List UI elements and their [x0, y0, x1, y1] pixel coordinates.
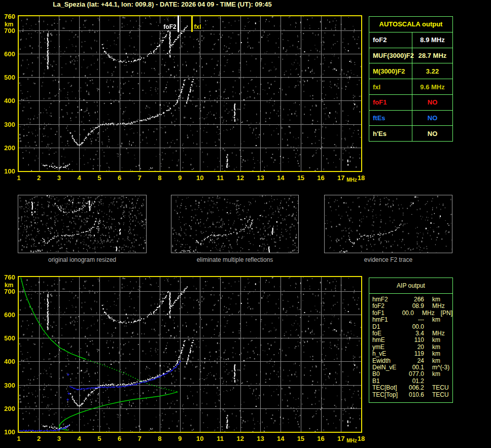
- aip-param-value: 24: [403, 358, 424, 364]
- autoscala-row-M(3000)F2: M(3000)F23.22: [369, 63, 452, 79]
- thumbnail-f2-canvas: [325, 195, 452, 253]
- recorded-ionogram-plot: [18, 15, 362, 172]
- autoscala-param-label: MUF(3000)F2: [369, 48, 412, 63]
- recorded-ionogram-canvas: [19, 16, 361, 171]
- x-axis-tick-3: 3: [52, 435, 65, 442]
- x-axis-tick-1: 1: [12, 435, 25, 442]
- autoscala-param-value: 28.7 MHz: [412, 48, 452, 63]
- thumbnail-caption-evidence: evidence F2 trace: [324, 256, 452, 263]
- thumbnail-f2-trace: [324, 195, 452, 253]
- x-axis-tick-2: 2: [32, 174, 46, 182]
- autoscala-param-value: 9.6 MHz: [412, 79, 452, 94]
- aip-param-unit: km: [432, 371, 440, 377]
- aip-param-name: B0: [372, 371, 403, 377]
- aip-param-unit: km: [432, 358, 440, 364]
- y-axis-unit-label: km: [5, 282, 13, 289]
- x-axis-tick-9: 9: [173, 174, 187, 182]
- aip-param-name: TEC[Top]: [372, 392, 403, 398]
- y-axis-tick-760: 760: [1, 273, 15, 281]
- thumbnail-original-ionogram: [18, 195, 147, 253]
- thumbnail-caption-original: original ionogram resized: [18, 256, 147, 263]
- aip-param-unit: TECU: [432, 392, 449, 398]
- aip-param-name: foE: [372, 330, 403, 337]
- x-axis-unit-label: MHz: [346, 177, 357, 183]
- aip-row-Ewidth: Ewidth24km: [372, 358, 452, 364]
- aip-param-unit: MHz: [432, 330, 445, 337]
- x-axis-tick-15: 15: [294, 174, 307, 182]
- aip-param-name: D1: [372, 324, 403, 330]
- aip-param-value: ---: [403, 317, 424, 323]
- profile-ionogram-plot: [18, 276, 362, 433]
- x-axis-tick-12: 12: [234, 435, 247, 442]
- station-title: La_Spezia (lat: +44.1, lon: 009.8) - DAT…: [0, 1, 325, 8]
- aip-param-unit: km: [432, 351, 440, 357]
- aip-row-D1: D100.0: [372, 324, 452, 330]
- aip-param-name: foF1: [372, 310, 397, 317]
- x-axis-tick-15: 15: [294, 435, 307, 442]
- aip-param-unit: MHz: [432, 303, 445, 309]
- aip-row-TEC[Bot]: TEC[Bot]006.2TECU: [372, 385, 452, 391]
- x-axis-tick-11: 11: [214, 435, 227, 442]
- x-axis-tick-3: 3: [52, 174, 65, 182]
- thumbnail-caption-eliminate: eliminate multiple reflections: [171, 256, 299, 263]
- aip-param-value: 077.0: [403, 371, 424, 377]
- autoscala-param-label: fxI: [369, 79, 412, 94]
- aip-param-unit: km: [432, 337, 440, 343]
- x-axis-tick-8: 8: [153, 435, 166, 442]
- x-axis-tick-13: 13: [254, 174, 267, 182]
- aip-param-value: 119: [403, 351, 424, 357]
- x-axis-tick-17: 17: [334, 435, 347, 442]
- y-axis-tick-300: 300: [1, 121, 15, 128]
- aip-table-header: AIP output: [369, 278, 452, 294]
- aip-param-name: DelN_vE: [372, 364, 403, 371]
- autoscala-row-foF1: foF1NO: [369, 95, 452, 111]
- autoscala-param-value: NO: [412, 95, 452, 110]
- aip-row-foF2: foF208.9MHz: [372, 303, 452, 309]
- x-axis-tick-5: 5: [93, 435, 106, 442]
- autoscala-param-value: 8.9 MHz: [412, 32, 452, 48]
- aip-param-value: 00.1: [403, 364, 424, 371]
- y-axis-tick-500: 500: [1, 74, 15, 81]
- marker-line-foF2: [178, 15, 179, 32]
- aip-param-name: B1: [372, 378, 403, 385]
- aip-output-table: AIP output hmF2266kmfoF208.9MHzfoF100.0M…: [369, 278, 453, 403]
- x-axis-tick-1: 1: [12, 174, 25, 182]
- aip-row-TEC[Top]: TEC[Top]010.6TECU: [372, 392, 452, 398]
- x-axis-tick-2: 2: [32, 435, 46, 442]
- aip-row-DelN_vE: DelN_vE00.1m^(-3): [372, 364, 452, 371]
- thumbnail-eliminate-reflections: [171, 195, 299, 253]
- y-axis-tick-200: 200: [1, 405, 15, 412]
- aip-table-body: hmF2266kmfoF208.9MHzfoF100.0MHz[PN]hmF1-…: [369, 294, 452, 398]
- autoscala-param-label: ftEs: [369, 111, 412, 126]
- aip-param-unit: m^(-3): [432, 364, 449, 371]
- aip-row-B0: B0077.0km: [372, 371, 452, 377]
- aip-row-foF1: foF100.0MHz[PN]: [372, 310, 452, 317]
- profile-ionogram-canvas: [19, 277, 361, 432]
- aip-row-h_vE: h_vE119km: [372, 351, 452, 357]
- y-axis-tick-500: 500: [1, 334, 15, 342]
- x-axis-tick-11: 11: [214, 174, 227, 182]
- aip-param-value: 010.6: [403, 392, 424, 398]
- aip-param-name: hmF1: [372, 317, 403, 323]
- aip-param-value: 08.9: [403, 303, 424, 309]
- y-axis-tick-600: 600: [1, 311, 15, 319]
- autoscala-param-label: M(3000)F2: [369, 63, 412, 79]
- aip-row-ymE: ymE20km: [372, 344, 452, 351]
- x-axis-tick-16: 16: [314, 174, 328, 182]
- thumbnail-original-canvas: [18, 195, 146, 253]
- x-axis-tick-10: 10: [193, 435, 206, 442]
- autoscala-param-label: h'Es: [369, 126, 412, 141]
- autoscala-row-foF2: foF28.9 MHz: [369, 32, 452, 48]
- aip-param-name: TEC[Bot]: [372, 385, 403, 391]
- x-axis-tick-4: 4: [73, 435, 86, 442]
- x-axis-tick-17: 17: [334, 174, 347, 182]
- x-axis-tick-5: 5: [93, 174, 106, 182]
- aip-param-name: foF2: [372, 303, 403, 309]
- x-axis-tick-14: 14: [274, 174, 287, 182]
- x-axis-unit-label: MHz: [346, 438, 357, 443]
- x-axis-tick-7: 7: [133, 174, 146, 182]
- y-axis-tick-300: 300: [1, 382, 15, 389]
- aip-param-value: 00.0: [403, 324, 424, 330]
- aip-param-unit: km: [432, 344, 440, 351]
- x-axis-tick-16: 16: [314, 435, 328, 442]
